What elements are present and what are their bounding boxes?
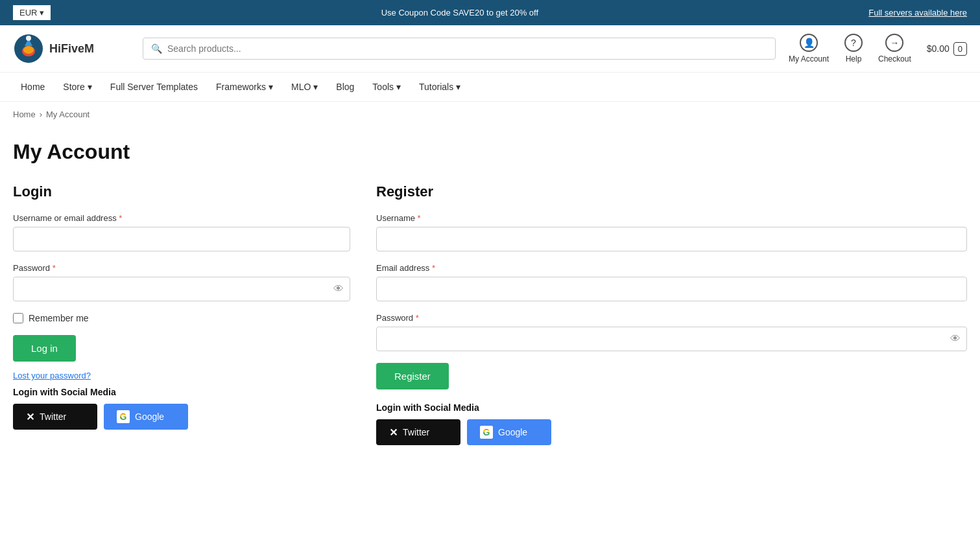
password-wrapper: 👁 [13, 277, 350, 301]
login-google-button[interactable]: G Google [104, 404, 188, 430]
reg-username-input[interactable] [376, 227, 967, 251]
site-logo[interactable]: HiFiveM [13, 33, 130, 64]
register-title: Register [376, 183, 967, 200]
reg-username-group: Username * [376, 213, 967, 251]
nav-mlo[interactable]: MLO ▾ [283, 73, 326, 101]
password-label: Password * [13, 263, 350, 273]
login-button[interactable]: Log in [13, 335, 76, 362]
account-columns: Login Username or email address * Passwo… [13, 183, 967, 445]
reg-email-group: Email address * [376, 263, 967, 301]
reg-email-label: Email address * [376, 263, 967, 273]
top-banner: EUR ▾ Use Coupon Code SAVE20 to get 20% … [0, 0, 980, 25]
nav-frameworks[interactable]: Frameworks ▾ [208, 73, 281, 101]
nav-full-server-templates[interactable]: Full Server Templates [102, 73, 206, 101]
reg-email-input[interactable] [376, 277, 967, 301]
chevron-down-icon: ▾ [269, 82, 273, 92]
reg-toggle-password-icon[interactable]: 👁 [950, 333, 961, 345]
remember-me-group: Remember me [13, 313, 350, 323]
login-twitter-button[interactable]: ✕ Twitter [13, 404, 97, 430]
help-icon: ? [844, 34, 863, 52]
remember-me-checkbox[interactable] [13, 313, 23, 323]
breadcrumb-home[interactable]: Home [13, 110, 36, 119]
register-button[interactable]: Register [376, 363, 449, 389]
login-section: Login Username or email address * Passwo… [13, 183, 350, 445]
login-social-title: Login with Social Media [13, 387, 350, 397]
my-account-link[interactable]: 👤 My Account [789, 34, 829, 64]
google-icon: G [117, 410, 130, 423]
search-bar: 🔍 [143, 38, 776, 60]
register-twitter-button[interactable]: ✕ Twitter [376, 419, 460, 445]
checkout-icon: → [885, 34, 903, 52]
cart-area[interactable]: $0.00 0 [927, 42, 967, 56]
chevron-down-icon: ▾ [313, 82, 318, 92]
site-header: HiFiveM 🔍 👤 My Account ? Help → Checkout… [0, 25, 980, 73]
google-icon: G [480, 426, 493, 439]
reg-password-wrapper: 👁 [376, 327, 967, 351]
main-nav: Home Store ▾ Full Server Templates Frame… [0, 73, 980, 102]
reg-password-group: Password * 👁 [376, 313, 967, 351]
nav-tutorials[interactable]: Tutorials ▾ [411, 73, 468, 101]
twitter-x-icon: ✕ [26, 411, 34, 423]
checkout-link[interactable]: → Checkout [878, 34, 911, 64]
username-input[interactable] [13, 227, 350, 251]
promo-text: Use Coupon Code SAVE20 to get 20% off [51, 8, 868, 17]
toggle-password-icon[interactable]: 👁 [333, 283, 344, 295]
nav-store[interactable]: Store ▾ [55, 73, 99, 101]
twitter-x-icon: ✕ [389, 426, 398, 439]
username-label: Username or email address * [13, 213, 350, 223]
reg-password-label: Password * [376, 313, 967, 323]
account-icon: 👤 [800, 34, 818, 52]
register-social-title: Login with Social Media [376, 402, 967, 413]
lost-password-link[interactable]: Lost your password? [13, 371, 350, 380]
password-group: Password * 👁 [13, 263, 350, 301]
full-servers-link[interactable]: Full servers available here [868, 8, 967, 17]
nav-home[interactable]: Home [13, 73, 53, 101]
breadcrumb-separator: › [40, 110, 42, 119]
register-section: Register Username * Email address * Pass… [376, 183, 967, 445]
register-google-button[interactable]: G Google [467, 419, 551, 445]
search-input[interactable] [167, 43, 767, 54]
chevron-down-icon: ▾ [396, 82, 401, 92]
page-title: My Account [13, 140, 967, 164]
cart-count: 0 [953, 42, 967, 56]
chevron-down-icon: ▾ [88, 82, 92, 92]
password-input[interactable] [13, 277, 350, 301]
header-actions: 👤 My Account ? Help → Checkout $0.00 0 [789, 34, 967, 64]
help-link[interactable]: ? Help [844, 34, 863, 64]
login-social-buttons: ✕ Twitter G Google [13, 404, 350, 430]
nav-tools[interactable]: Tools ▾ [365, 73, 409, 101]
username-group: Username or email address * [13, 213, 350, 251]
nav-blog[interactable]: Blog [328, 73, 362, 101]
chevron-down-icon: ▾ [456, 82, 460, 92]
search-icon: 🔍 [151, 43, 162, 54]
breadcrumb-current: My Account [46, 110, 90, 119]
svg-point-4 [26, 36, 31, 41]
reg-username-label: Username * [376, 213, 967, 223]
main-content: My Account Login Username or email addre… [0, 127, 980, 471]
logo-image [13, 33, 44, 64]
login-title: Login [13, 183, 350, 200]
register-social-buttons: ✕ Twitter G Google [376, 419, 967, 445]
svg-point-2 [23, 46, 34, 54]
breadcrumb: Home › My Account [0, 102, 980, 127]
reg-password-input[interactable] [376, 327, 967, 351]
currency-selector[interactable]: EUR ▾ [13, 5, 51, 20]
remember-me-label[interactable]: Remember me [29, 313, 89, 323]
